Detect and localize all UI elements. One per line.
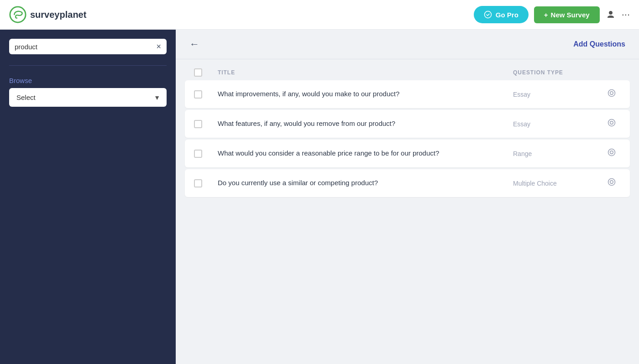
add-questions-link[interactable]: Add Questions	[573, 40, 625, 48]
svg-point-0	[10, 7, 26, 22]
questions-container: TITLE QUESTION TYPE What improvements, i…	[176, 59, 639, 364]
preview-icon-3[interactable]	[607, 148, 616, 159]
svg-point-6	[608, 149, 615, 156]
row-check-2	[194, 120, 210, 128]
table-row: What features, if any, would you remove …	[185, 110, 630, 138]
table-row: What improvements, if any, would you mak…	[185, 80, 630, 108]
svg-point-3	[610, 92, 613, 95]
select-wrapper: Select Category 1 Category 2 Category 3 …	[9, 88, 167, 107]
row-checkbox-3[interactable]	[194, 150, 202, 158]
row-action-2	[602, 118, 621, 130]
more-options-button[interactable]: ···	[622, 9, 630, 21]
row-check-4	[194, 179, 210, 187]
preview-icon-2[interactable]	[607, 118, 616, 130]
row-check-3	[194, 150, 210, 158]
user-avatar-button[interactable]	[605, 9, 616, 20]
logo-text: surveyplanet	[30, 10, 86, 20]
preview-icon-4[interactable]	[607, 177, 616, 189]
go-pro-icon	[484, 10, 492, 19]
select-all-checkbox[interactable]	[194, 68, 202, 77]
column-header-type: QUESTION TYPE	[513, 69, 595, 76]
content-toolbar: ← Add Questions	[176, 30, 639, 59]
svg-point-8	[608, 179, 615, 186]
row-checkbox-4[interactable]	[194, 179, 202, 187]
browse-section: Browse Select Category 1 Category 2 Cate…	[9, 77, 167, 107]
user-icon	[605, 9, 616, 20]
preview-icon-1[interactable]	[607, 88, 616, 100]
row-title-3: What would you consider a reasonable pri…	[218, 148, 506, 159]
svg-point-9	[610, 181, 613, 184]
header-actions: Go Pro + New Survey ···	[474, 6, 630, 23]
header: surveyplanet Go Pro + New Survey ···	[0, 0, 639, 30]
row-check-1	[194, 90, 210, 99]
svg-point-2	[608, 90, 615, 97]
row-checkbox-1[interactable]	[194, 90, 202, 99]
main-layout: × Browse Select Category 1 Category 2 Ca…	[0, 30, 639, 364]
row-action-1	[602, 88, 621, 100]
go-pro-button[interactable]: Go Pro	[474, 6, 529, 23]
row-action-3	[602, 148, 621, 159]
row-type-2: Essay	[513, 120, 595, 128]
search-input[interactable]	[15, 43, 152, 51]
svg-point-1	[484, 11, 491, 18]
row-title-2: What features, if any, would you remove …	[218, 119, 506, 129]
browse-label: Browse	[9, 77, 167, 84]
back-button[interactable]: ←	[189, 38, 199, 50]
row-action-4	[602, 177, 621, 189]
row-title-4: Do you currently use a similar or compet…	[218, 178, 506, 188]
svg-point-4	[608, 120, 615, 126]
row-type-4: Multiple Choice	[513, 180, 595, 187]
table-header: TITLE QUESTION TYPE	[185, 64, 630, 80]
table-row: What would you consider a reasonable pri…	[185, 140, 630, 167]
logo-icon	[9, 6, 26, 23]
row-title-1: What improvements, if any, would you mak…	[218, 89, 506, 99]
svg-point-5	[610, 121, 613, 125]
search-box: ×	[9, 39, 167, 54]
logo-area: surveyplanet	[9, 6, 86, 23]
new-survey-button[interactable]: + New Survey	[534, 6, 600, 23]
row-type-3: Range	[513, 150, 595, 157]
sidebar: × Browse Select Category 1 Category 2 Ca…	[0, 30, 176, 364]
svg-point-7	[610, 151, 613, 154]
sidebar-divider	[9, 65, 167, 66]
content-area: ← Add Questions TITLE QUESTION TYPE What…	[176, 30, 639, 364]
table-row: Do you currently use a similar or compet…	[185, 169, 630, 197]
column-header-title: TITLE	[218, 68, 506, 77]
row-type-1: Essay	[513, 91, 595, 98]
row-checkbox-2[interactable]	[194, 120, 202, 128]
clear-search-button[interactable]: ×	[156, 42, 161, 51]
category-select[interactable]: Select Category 1 Category 2 Category 3	[9, 88, 167, 107]
